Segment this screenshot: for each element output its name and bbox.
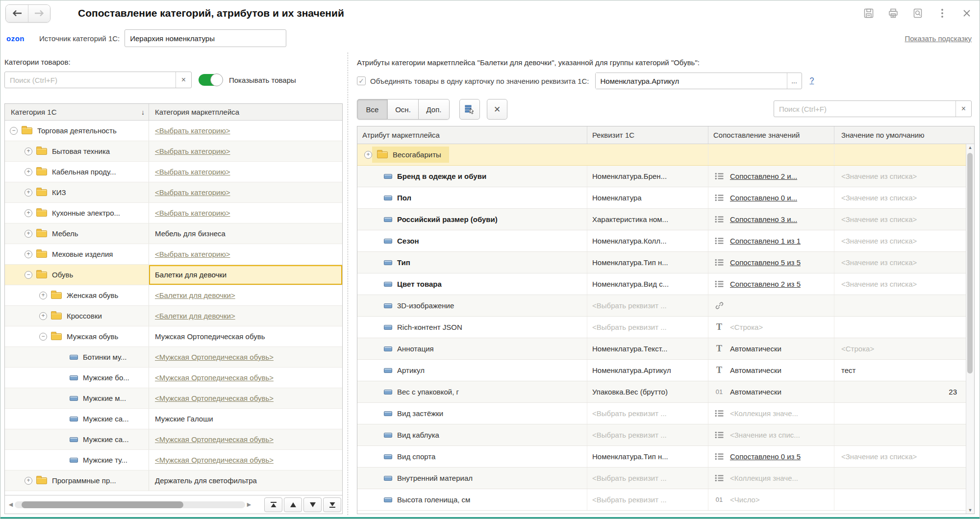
attribute-row[interactable]: Вес с упаковкой, гУпаковка.Вес (брутто)0… bbox=[357, 381, 966, 403]
rekvizit-1c-cell[interactable]: <Выбрать реквизит ... bbox=[587, 468, 708, 489]
category-1c-cell[interactable]: +Женская обувь bbox=[5, 285, 149, 305]
column-rekvizit-1c[interactable]: Реквизит 1С bbox=[587, 126, 708, 144]
marketplace-category-cell[interactable]: <Балетки для девочки> bbox=[149, 285, 342, 305]
category-row[interactable]: Ботинки му...<Мужская Ортопедическая обу… bbox=[5, 347, 342, 368]
collapse-icon[interactable]: − bbox=[39, 333, 47, 341]
mapping-link[interactable]: Сопоставлено 5 из 5 bbox=[730, 258, 801, 267]
scroll-to-top-button[interactable] bbox=[264, 497, 282, 512]
attribute-row[interactable]: 3D-изображение<Выбрать реквизит ... bbox=[357, 295, 966, 317]
mapping-value[interactable]: <Значение из спис... bbox=[730, 431, 800, 439]
mapping-link[interactable]: Сопоставлено 3 и... bbox=[730, 215, 797, 223]
default-value[interactable]: <Значение из списка> bbox=[841, 237, 917, 245]
column-attribute[interactable]: Атрибут маркетплейса bbox=[357, 126, 587, 144]
vscroll-up-arrow[interactable]: ▲ bbox=[968, 144, 973, 151]
value-mapping-cell[interactable]: Сопоставлено 0 и... bbox=[730, 187, 834, 208]
marketplace-category-link[interactable]: <Выбрать категорию> bbox=[155, 188, 230, 197]
expand-icon[interactable]: + bbox=[39, 292, 47, 299]
default-value[interactable]: <Значение из списка> bbox=[841, 258, 917, 267]
mapping-value[interactable]: <Строка> bbox=[730, 323, 763, 331]
category-row[interactable]: Мужские ту...<Мужская Ортопедическая обу… bbox=[5, 450, 342, 470]
category-row[interactable]: +Программные пр...Держатель для светофил… bbox=[5, 470, 342, 491]
attribute-name-cell[interactable]: Вес с упаковкой, г bbox=[357, 381, 587, 402]
category-1c-cell[interactable]: +Кабельная проду... bbox=[5, 162, 149, 182]
value-mapping-cell[interactable]: Сопоставлено 1 из 1 bbox=[730, 230, 834, 251]
marketplace-category-link[interactable]: <Балетки для девочки> bbox=[155, 312, 235, 320]
marketplace-category-cell[interactable]: <Мужская Ортопедическая обувь> bbox=[149, 450, 342, 470]
marketplace-category-link[interactable]: <Балетки для девочки> bbox=[155, 291, 235, 299]
attribute-name-cell[interactable]: Внутренний материал bbox=[357, 468, 587, 489]
marketplace-category-link[interactable]: <Выбрать категорию> bbox=[155, 209, 230, 217]
rekvizit-1c-value[interactable]: <Выбрать реквизит ... bbox=[592, 474, 667, 482]
tab-all[interactable]: Все bbox=[357, 99, 388, 120]
scroll-up-button[interactable] bbox=[284, 497, 302, 512]
default-value[interactable]: 23 bbox=[949, 388, 957, 396]
rekvizit-1c-cell[interactable]: <Выбрать реквизит ... bbox=[587, 317, 708, 338]
collapse-icon[interactable]: − bbox=[25, 271, 32, 279]
mapping-value[interactable]: <Коллекция значе... bbox=[730, 409, 798, 418]
expand-icon[interactable]: + bbox=[25, 168, 32, 176]
merge-attribute-more-button[interactable]: ... bbox=[787, 73, 802, 89]
category-row[interactable]: +Кухонные электро...<Выбрать категорию> bbox=[5, 203, 342, 223]
default-value-cell[interactable]: <Значение из списка> bbox=[834, 252, 966, 273]
marketplace-category-link[interactable]: <Мужская Ортопедическая обувь> bbox=[155, 456, 274, 464]
sort-descending-icon[interactable]: ↓ bbox=[141, 108, 145, 116]
show-products-toggle[interactable] bbox=[199, 74, 222, 86]
category-1c-cell[interactable]: −Обувь bbox=[5, 265, 149, 285]
attribute-row[interactable]: Российский размер (обуви)Характеристика … bbox=[357, 209, 966, 230]
default-value-cell[interactable]: тест bbox=[834, 360, 966, 381]
category-1c-cell[interactable]: Мужские са... bbox=[5, 409, 149, 429]
marketplace-category-link[interactable]: <Выбрать категорию> bbox=[155, 147, 230, 155]
attribute-group-row[interactable]: +Весогабариты bbox=[357, 144, 966, 166]
category-row[interactable]: Мужские са...Мужские Галоши bbox=[5, 409, 342, 429]
rekvizit-1c-value[interactable]: Номенклатура.Тип н... bbox=[592, 452, 668, 461]
source-input[interactable] bbox=[125, 29, 286, 47]
marketplace-category-cell[interactable]: <Выбрать категорию> bbox=[149, 182, 342, 202]
marketplace-category-link[interactable]: <Мужская Ортопедическая обувь> bbox=[155, 353, 274, 361]
default-value-cell[interactable]: <Значение из списка> bbox=[834, 273, 966, 295]
attribute-name-cell[interactable]: Rich-контент JSON bbox=[357, 317, 587, 338]
expand-icon[interactable]: + bbox=[364, 151, 372, 159]
category-row[interactable]: −ОбувьБалетки для девочки bbox=[5, 265, 342, 285]
print-preview-icon[interactable] bbox=[912, 7, 924, 19]
value-mapping-cell[interactable]: Сопоставлено 2 из 5 bbox=[730, 273, 834, 295]
value-mapping-cell[interactable]: Сопоставлено 0 из 5 bbox=[730, 446, 834, 467]
rekvizit-1c-value[interactable]: Номенклатура.Брен... bbox=[592, 172, 667, 180]
save-icon[interactable] bbox=[863, 7, 875, 19]
vscroll-down-arrow[interactable]: ▼ bbox=[968, 507, 973, 514]
marketplace-category-cell[interactable]: Мебель для бизнеса bbox=[149, 223, 342, 244]
rekvizit-1c-value[interactable]: Номенклатура.Тип н... bbox=[592, 258, 668, 267]
category-1c-cell[interactable]: +КИЗ bbox=[5, 182, 149, 202]
mapping-value[interactable]: Автоматически bbox=[730, 366, 781, 374]
category-1c-cell[interactable]: +Мебель bbox=[5, 223, 149, 244]
default-value[interactable]: <Значение из списка> bbox=[841, 215, 917, 223]
column-value-mapping[interactable]: Сопоставление значений bbox=[708, 126, 834, 144]
value-mapping-cell[interactable]: <Коллекция значе... bbox=[730, 403, 834, 424]
category-1c-cell[interactable]: −Мужская обувь bbox=[5, 326, 149, 346]
category-row[interactable]: Мужские бо...<Мужская Ортопедическая обу… bbox=[5, 368, 342, 388]
rekvizit-1c-value[interactable]: Упаковка.Вес (брутто) bbox=[592, 388, 668, 396]
default-value[interactable]: <Значение из списка> bbox=[841, 452, 917, 461]
rekvizit-1c-cell[interactable]: <Выбрать реквизит ... bbox=[587, 403, 708, 424]
rekvizit-1c-cell[interactable]: Номенклатура.Брен... bbox=[587, 166, 708, 187]
category-1c-cell[interactable]: +Бытовая техника bbox=[5, 141, 149, 161]
category-1c-cell[interactable]: Мужские са... bbox=[5, 429, 149, 449]
attribute-name-cell[interactable]: Вид каблука bbox=[357, 424, 587, 445]
rekvizit-1c-value[interactable]: <Выбрать реквизит ... bbox=[592, 495, 667, 504]
default-value-cell[interactable] bbox=[834, 489, 966, 510]
value-mapping-cell[interactable]: <Строка> bbox=[730, 317, 834, 338]
marketplace-category-value[interactable]: Держатель для светофильтра bbox=[155, 476, 257, 485]
value-mapping-cell[interactable]: Автоматически bbox=[730, 338, 834, 359]
attribute-name-cell[interactable]: Аннотация bbox=[357, 338, 587, 359]
scroll-to-bottom-button[interactable] bbox=[323, 497, 341, 512]
marketplace-category-link[interactable]: <Мужская Ортопедическая обувь> bbox=[155, 435, 274, 444]
value-mapping-cell[interactable]: <Значение из спис... bbox=[730, 424, 834, 445]
expand-icon[interactable]: + bbox=[25, 230, 32, 238]
marketplace-category-cell[interactable]: <Мужская Ортопедическая обувь> bbox=[149, 429, 342, 449]
attribute-name-cell[interactable]: Высота голенища, см bbox=[357, 489, 587, 510]
mapping-value[interactable]: <Коллекция значе... bbox=[730, 474, 798, 482]
category-1c-cell[interactable]: Мужские м... bbox=[5, 388, 149, 408]
category-row[interactable]: +Кабельная проду...<Выбрать категорию> bbox=[5, 162, 342, 182]
rekvizit-1c-cell[interactable]: Номенклатура.Тип н... bbox=[587, 252, 708, 273]
marketplace-category-value[interactable]: Мужские Галоши bbox=[155, 415, 213, 423]
mapping-link[interactable]: Сопоставлено 0 из 5 bbox=[730, 452, 801, 461]
